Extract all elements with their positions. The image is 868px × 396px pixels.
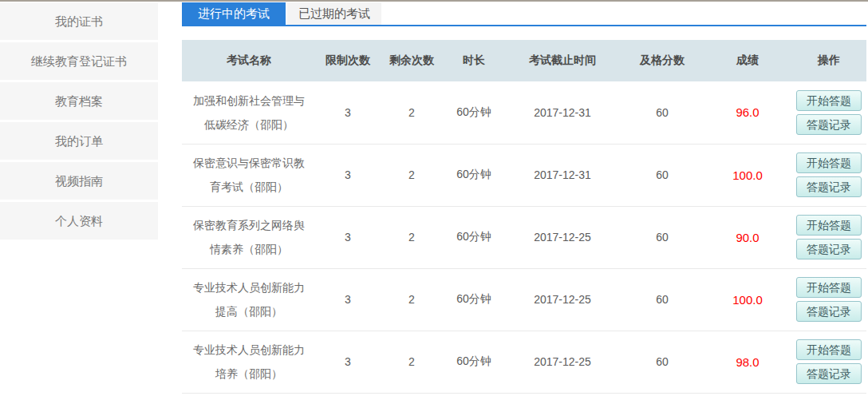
- sidebar-item-continuing-education-certificate[interactable]: 继续教育登记证书: [0, 42, 158, 80]
- limit-count: 3: [316, 206, 380, 268]
- start-exam-button[interactable]: 开始答题: [796, 90, 862, 111]
- column-header-limit-count: 限制次数: [316, 40, 380, 81]
- pass-score: 60: [621, 268, 704, 331]
- exam-name: 专业技术人员创新能力提高（邵阳）: [191, 275, 307, 323]
- column-header-deadline: 考试截止时间: [504, 40, 621, 81]
- remaining-count: 2: [380, 81, 444, 144]
- limit-count: 3: [316, 144, 380, 206]
- pass-score: 60: [621, 81, 704, 144]
- start-exam-button[interactable]: 开始答题: [796, 339, 862, 360]
- answer-record-button[interactable]: 答题记录: [796, 363, 862, 384]
- score-value: 90.0: [704, 206, 791, 268]
- exam-name: 保密教育系列之网络舆情素养（邵阳）: [191, 213, 307, 261]
- exam-tabs: 进行中的考试 已过期的考试: [182, 2, 866, 26]
- duration: 60分钟: [444, 268, 504, 331]
- exam-center-page: 我的证书 继续教育登记证书 教育档案 我的订单 视频指南 个人资料 进行中的考试…: [0, 0, 868, 396]
- start-exam-button[interactable]: 开始答题: [796, 152, 862, 173]
- page-top-divider: [0, 0, 868, 2]
- deadline: 2017-12-31: [504, 144, 621, 206]
- tab-expired-exams[interactable]: 已过期的考试: [287, 2, 381, 25]
- row-actions: 开始答题 答题记录: [791, 152, 866, 197]
- row-actions: 开始答题 答题记录: [791, 277, 866, 322]
- column-header-duration: 时长: [444, 40, 504, 81]
- exam-row: 专业技术人员创新能力培养（邵阳） 3 2 60分钟 2017-12-25 60 …: [182, 331, 866, 393]
- limit-count: 3: [316, 331, 380, 393]
- limit-count: 3: [316, 81, 380, 144]
- start-exam-button[interactable]: 开始答题: [796, 277, 862, 298]
- exam-row: 保密意识与保密常识教育考试（邵阳） 3 2 60分钟 2017-12-31 60…: [182, 144, 866, 206]
- score-value: 96.0: [704, 81, 791, 144]
- sidebar-item-video-guide[interactable]: 视频指南: [0, 162, 158, 200]
- remaining-count: 2: [380, 331, 444, 393]
- limit-count: 3: [316, 268, 380, 331]
- exam-name: 加强和创新社会管理与低碳经济（邵阳）: [191, 89, 307, 137]
- answer-record-button[interactable]: 答题记录: [796, 176, 862, 197]
- deadline: 2017-12-25: [504, 268, 621, 331]
- remaining-count: 2: [380, 268, 444, 331]
- duration: 60分钟: [444, 144, 504, 206]
- column-header-score: 成绩: [704, 40, 791, 81]
- remaining-count: 2: [380, 144, 444, 206]
- start-exam-button[interactable]: 开始答题: [796, 215, 862, 236]
- row-actions: 开始答题 答题记录: [791, 339, 866, 384]
- deadline: 2017-12-25: [504, 331, 621, 393]
- answer-record-button[interactable]: 答题记录: [796, 301, 862, 322]
- deadline: 2017-12-31: [504, 81, 621, 144]
- sidebar-item-my-certificates[interactable]: 我的证书: [0, 2, 158, 40]
- row-actions: 开始答题 答题记录: [791, 90, 866, 135]
- row-actions: 开始答题 答题记录: [791, 215, 866, 259]
- deadline: 2017-12-25: [504, 206, 621, 268]
- exam-row: 加强和创新社会管理与低碳经济（邵阳） 3 2 60分钟 2017-12-31 6…: [182, 81, 866, 144]
- duration: 60分钟: [444, 206, 504, 268]
- sidebar-menu: 我的证书 继续教育登记证书 教育档案 我的订单 视频指南 个人资料: [0, 2, 158, 242]
- pass-score: 60: [621, 331, 704, 393]
- answer-record-button[interactable]: 答题记录: [796, 239, 862, 259]
- ongoing-exams-table: 考试名称 限制次数 剩余次数 时长 考试截止时间 及格分数 成绩 操作 加强和创…: [182, 40, 866, 394]
- column-header-exam-name: 考试名称: [182, 40, 316, 81]
- answer-record-button[interactable]: 答题记录: [796, 114, 862, 135]
- score-value: 100.0: [704, 268, 791, 331]
- table-header-row: 考试名称 限制次数 剩余次数 时长 考试截止时间 及格分数 成绩 操作: [182, 40, 866, 81]
- main-content: 进行中的考试 已过期的考试 考试名称 限制次数 剩余次数 时长 考试截止时间 及…: [182, 2, 866, 394]
- score-value: 100.0: [704, 144, 791, 206]
- tab-ongoing-exams[interactable]: 进行中的考试: [182, 2, 286, 25]
- column-header-remaining-count: 剩余次数: [380, 40, 444, 81]
- pass-score: 60: [621, 206, 704, 268]
- pass-score: 60: [621, 144, 704, 206]
- remaining-count: 2: [380, 206, 444, 268]
- column-header-actions: 操作: [791, 40, 866, 81]
- sidebar-item-education-archive[interactable]: 教育档案: [0, 82, 158, 120]
- sidebar-item-my-orders[interactable]: 我的订单: [0, 122, 158, 160]
- exam-name: 专业技术人员创新能力培养（邵阳）: [191, 338, 307, 386]
- exam-row: 保密教育系列之网络舆情素养（邵阳） 3 2 60分钟 2017-12-25 60…: [182, 206, 866, 268]
- column-header-pass-score: 及格分数: [621, 40, 704, 81]
- score-value: 98.0: [704, 331, 791, 393]
- duration: 60分钟: [444, 331, 504, 393]
- exam-row: 专业技术人员创新能力提高（邵阳） 3 2 60分钟 2017-12-25 60 …: [182, 268, 866, 331]
- exam-name: 保密意识与保密常识教育考试（邵阳）: [191, 151, 307, 199]
- duration: 60分钟: [444, 81, 504, 144]
- sidebar-item-personal-profile[interactable]: 个人资料: [0, 202, 158, 240]
